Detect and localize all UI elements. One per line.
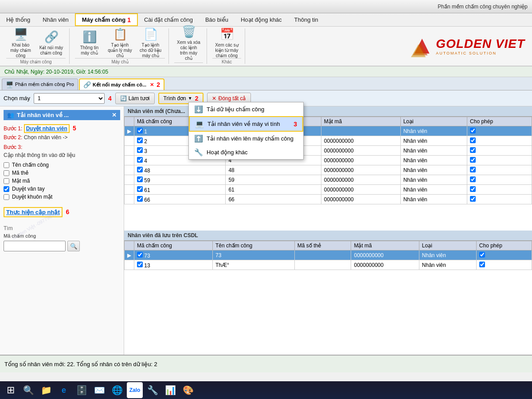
row-loai: Nhân viên (400, 175, 467, 185)
tab-close-btn[interactable]: ✕ (150, 82, 154, 88)
saved-employees-header: Nhân viên đã lưu trên CSDL (124, 231, 532, 241)
store-btn[interactable]: 🗄️ (74, 382, 90, 398)
cb-matma-label: Mật mã (12, 178, 30, 184)
refresh-btn[interactable]: 🔄 Làm tươi (115, 93, 155, 104)
btn-taolenh-quanly[interactable]: 📋 Tạo lệnh quản lý máy chủ (106, 28, 134, 57)
edge-btn[interactable]: e (56, 382, 72, 398)
chrome-btn[interactable]: 🌐 (109, 382, 125, 398)
table-row[interactable]: 48 48 0000000000 Nhân viên (125, 165, 532, 175)
row-ten: 59 (226, 175, 321, 185)
action-link[interactable]: Thực hiện cập nhật (4, 207, 63, 217)
dropdown-item-hoatdong[interactable]: 🔧 Hoạt động khác (189, 145, 303, 159)
table-row[interactable]: 66 66 0000000000 Nhân viên (125, 195, 532, 204)
logo-area: GOLDEN VIET AUTOMATIC SOLUTION (411, 28, 529, 64)
row-chophep (476, 260, 532, 270)
app2-btn[interactable]: 📊 (162, 382, 178, 398)
menu-baobieu[interactable]: Báo biểu (199, 13, 235, 26)
th-chophep-saved: Cho phép (476, 241, 532, 250)
table-row[interactable]: 3 Nh?ng 0000000000 Nhân viên (125, 146, 532, 156)
dropdown-item-tainhanvien[interactable]: 💻 Tải nhân viên về máy vi tính 3 (189, 116, 303, 132)
xemxoa-icon: 🗑️ (182, 25, 196, 39)
close-icon: ✕ (212, 95, 216, 102)
step3-label: Bước 3: (4, 144, 120, 150)
new-employees-section: Nhân viên mới (Chưa... Mã chấm công Tên … (124, 106, 532, 231)
row-loai: Nhân viên (400, 165, 467, 175)
step1-label: Bước 1: Duyệt nhân viên 5 (4, 125, 120, 132)
table-row[interactable]: ▶ 73 73 0000000000 Nhân viên (125, 250, 532, 260)
khaibao-icon: 🖥️ (14, 27, 28, 41)
row-matma: 0000000000 (351, 250, 419, 260)
dropdown-item-hoatdong-label: Hoạt động khác (207, 149, 248, 156)
row-masoththe (294, 250, 351, 260)
mail-btn[interactable]: ✉️ (91, 382, 107, 398)
status-text: Tổng số nhân viên mới: 22. Tổng số nhân … (4, 361, 157, 368)
menu-nhanvien[interactable]: Nhân viên (36, 13, 75, 26)
toolbar-group-xemxoa: 🗑️ Xem và xóa các lệnh trên máy chủ (171, 28, 207, 64)
date-bar: Chủ Nhật, Ngày: 20-10-2019, Giờ: 14:56:0… (0, 66, 532, 77)
cb-mathe-input[interactable] (4, 170, 9, 176)
title-bar: Phần mềm chấm công chuyên nghiệp (0, 0, 532, 13)
cb-duyetvantay-input[interactable] (4, 186, 9, 192)
row-indicator (125, 195, 134, 204)
panel-close-btn[interactable]: ✕ (112, 112, 117, 118)
step3-sub: Cập nhật thông tin vào dữ liệu (4, 152, 120, 158)
search-input[interactable] (4, 241, 66, 251)
btn-ketnoi[interactable]: 🔗 Kết nối máy chấm công (37, 28, 66, 57)
logo-icon (411, 35, 433, 57)
explorer-btn[interactable]: 📁 (38, 382, 54, 398)
cb-tenchamcong: Tên chấm công (4, 162, 120, 168)
row-loai: Nhân viên (400, 136, 467, 146)
dropdown-arrow-icon: ▼ (188, 96, 192, 101)
dropdown-item-taidulieu[interactable]: ⬇️ Tải dữ liệu chấm công (189, 102, 303, 116)
annotation-2: 2 (195, 95, 199, 102)
row-matma: 0000000000 (321, 185, 400, 195)
toolbar-group-khac: 📅 Xem các sự kiện từ máy chấm công Khác (209, 28, 245, 64)
menu-hethong[interactable]: Hệ thống (0, 13, 36, 26)
tab-phanmem[interactable]: 🖥️ Phần mềm chấm công Pro (2, 78, 78, 90)
machine-select[interactable]: 1 2 3 (34, 93, 105, 104)
step1-link[interactable]: Duyệt nhân viên (24, 124, 70, 133)
btn-thongtin[interactable]: ℹ️ Thông tin máy chủ (75, 28, 104, 57)
new-employees-header: Nhân viên mới (Chưa... (124, 106, 532, 117)
menu-maychamcong[interactable]: Máy chấm công 1 (75, 13, 138, 26)
search-btn-taskbar[interactable]: 🔍 (20, 382, 36, 398)
row-matma: 0000000000 (321, 156, 400, 165)
table-row[interactable]: 59 59 0000000000 Nhân viên (125, 175, 532, 185)
saved-employees-table: Mã chấm công Tên chấm công Mã số thẻ Mật… (124, 241, 532, 270)
row-chophep (467, 165, 532, 175)
panel-title-text: Tải nhân viên về ... (17, 112, 69, 118)
row-check: 13 (134, 260, 213, 270)
app3-btn[interactable]: 🎨 (180, 382, 196, 398)
search-btn[interactable]: 🔍 (67, 241, 80, 251)
cb-matma-input[interactable] (4, 178, 9, 184)
btn-xemsukhien[interactable]: 📅 Xem các sự kiện từ máy chấm công (212, 28, 241, 57)
find-label: Tìm (4, 225, 120, 231)
zalo-btn[interactable]: Zalo (127, 382, 143, 398)
menu-hoatdongkhac[interactable]: Hoạt động khác (235, 13, 288, 26)
menu-thongtin[interactable]: Thông tin (288, 13, 325, 26)
row-chophep (467, 185, 532, 195)
table-row[interactable]: 4 4 0000000000 Nhân viên (125, 156, 532, 165)
table-row[interactable]: ▶ 1 Nhân viên (125, 126, 532, 136)
tab-ketnoi[interactable]: 🔗 Kết nối máy chấm cô... ✕ 2 (79, 78, 164, 90)
app1-btn[interactable]: 🔧 (145, 382, 160, 398)
window-tab-bar: 🖥️ Phần mềm chấm công Pro 🔗 Kết nối máy … (0, 77, 532, 90)
btn-xemxoa[interactable]: 🗑️ Xem và xóa các lệnh trên máy chủ (174, 28, 203, 57)
row-check: 48 (134, 165, 226, 175)
app-title: Phần mềm chấm công chuyên nghiệp (438, 4, 528, 10)
btn-taolenh-dulieu[interactable]: 📄 Tạo lệnh cho dữ liệu máy chủ (136, 28, 165, 57)
cb-tenchamcong-input[interactable] (4, 162, 9, 168)
start-btn[interactable]: ⊞ (3, 382, 19, 398)
th-loai-saved: Loại (419, 241, 476, 250)
row-indicator (125, 136, 134, 146)
group-label-maychamcong: Máy chấm công (6, 58, 66, 64)
cb-duyetkhuonmat-input[interactable] (4, 194, 9, 200)
dropdown-item-tainhanvienlen[interactable]: ⬆️ Tải nhân viên lên máy chấm công (189, 132, 303, 145)
table-row[interactable]: 61 61 0000000000 Nhân viên (125, 185, 532, 195)
taskbar: ⊞ 🔍 📁 e 🗄️ ✉️ 🌐 Zalo 🔧 📊 🎨 (0, 381, 532, 399)
table-row[interactable]: 2 Ngị½ 0000000000 Nhân viên (125, 136, 532, 146)
row-chophep (467, 175, 532, 185)
btn-khaibao[interactable]: 🖥️ Khai báo máy chấm công (6, 28, 35, 57)
table-row[interactable]: 13 ThÆ° 0000000000 Nhân viên (125, 260, 532, 270)
search-row: 🔍 (4, 241, 120, 251)
